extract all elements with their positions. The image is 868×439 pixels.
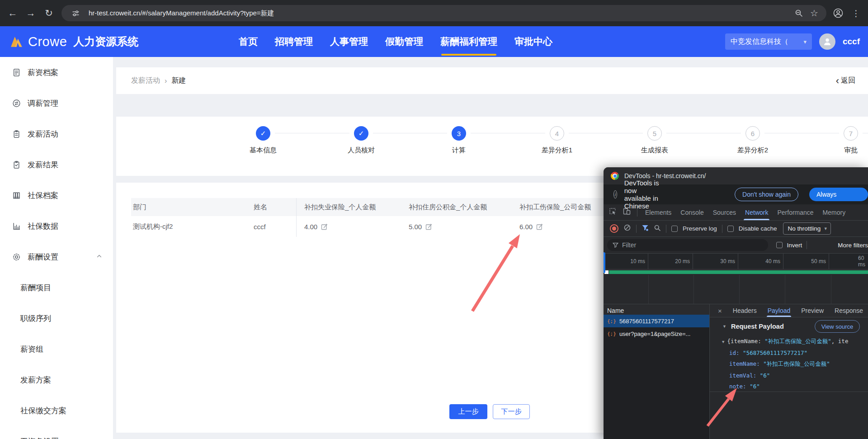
throttling-select[interactable]: No throttling ▾: [783, 222, 831, 235]
nav-attendance[interactable]: 假勤管理: [385, 26, 423, 57]
edit-icon[interactable]: [536, 223, 543, 230]
payload-summary[interactable]: ▼ {itemName: "补扣工伤保险_公司金额", ite: [710, 338, 868, 345]
triangle-down-icon[interactable]: ▼: [722, 324, 726, 329]
timeline-handle[interactable]: [604, 252, 605, 273]
invert-label[interactable]: Invert: [787, 242, 802, 249]
breadcrumb-parent[interactable]: 发薪活动: [131, 76, 160, 85]
step-calculate[interactable]: 3 计算: [427, 126, 491, 155]
sidebar-item-payroll-activity[interactable]: 发薪活动: [0, 118, 113, 149]
info-icon: i: [613, 190, 617, 198]
nav-home[interactable]: 首页: [239, 26, 258, 57]
sidebar-subitem-payroll-plan[interactable]: 发薪方案: [0, 364, 113, 395]
divider: [722, 225, 722, 233]
disable-cache-label[interactable]: Disable cache: [739, 225, 777, 232]
site-controls-icon[interactable]: [68, 9, 83, 17]
next-step-button[interactable]: 下一步: [493, 404, 530, 419]
filter-input[interactable]: Filter: [607, 239, 768, 251]
edit-icon[interactable]: [425, 223, 432, 230]
record-icon[interactable]: [610, 224, 618, 233]
sidebar-subitem-salary-items[interactable]: 薪酬项目: [0, 272, 113, 303]
sidebar-subitem-rank-sequence[interactable]: 职级序列: [0, 303, 113, 334]
nav-approval-center[interactable]: 审批中心: [514, 26, 552, 57]
sidebar-item-salary-settings[interactable]: 薪酬设置: [0, 241, 113, 272]
step-diff-analysis-2[interactable]: 6 差异分析2: [721, 126, 784, 155]
waterfall-grid[interactable]: [604, 275, 868, 304]
breadcrumb: 发薪活动 › 新建: [131, 76, 186, 85]
sidebar-item-salary-adjust[interactable]: 调薪管理: [0, 88, 113, 118]
col-header-dept: 部门: [131, 198, 252, 216]
swap-circle-icon: [12, 99, 21, 108]
url-text[interactable]: hr-test.croweit.cn/#/salaryManagement/ad…: [89, 9, 791, 18]
profile-icon[interactable]: [833, 8, 844, 19]
sidebar-item-social-data[interactable]: 社保数据: [0, 211, 113, 241]
nav-recruit[interactable]: 招聘管理: [275, 26, 313, 57]
sidebar-item-social-archive[interactable]: 社保档案: [0, 180, 113, 211]
json-request-icon: {;}: [607, 318, 616, 324]
bookmark-star-icon[interactable]: ☆: [807, 8, 822, 19]
timeline-ruler[interactable]: 10 ms 20 ms 30 ms 40 ms 50 ms 60 ms: [604, 254, 868, 269]
header-right: 中竞发信息科技（ ▾ cccf: [725, 26, 860, 57]
cell-value: 5.00: [409, 223, 422, 231]
dont-show-again-button[interactable]: Don't show again: [735, 188, 798, 201]
sidebar-item-salary-archive[interactable]: 薪资档案: [0, 57, 113, 88]
more-filters-label[interactable]: More filters: [838, 242, 868, 249]
divider: [807, 241, 807, 249]
network-overview[interactable]: [604, 269, 868, 275]
step-approval[interactable]: 7 审批: [819, 126, 868, 155]
preserve-log-label[interactable]: Preserve log: [683, 225, 717, 232]
browser-back-icon[interactable]: ←: [4, 8, 22, 19]
tab-performance[interactable]: Performance: [776, 204, 815, 220]
clear-icon[interactable]: [623, 224, 631, 233]
tab-network[interactable]: Network: [744, 204, 769, 220]
username[interactable]: cccf: [843, 37, 860, 47]
sidebar-subitem-social-payment-plan[interactable]: 社保缴交方案: [0, 395, 113, 426]
cell-value: 6.00: [519, 223, 533, 231]
filter-toggle-icon[interactable]: [642, 224, 649, 233]
invert-checkbox[interactable]: [776, 242, 783, 248]
always-button[interactable]: Always: [809, 188, 868, 201]
throttling-value: No throttling: [788, 225, 821, 232]
tab-sources[interactable]: Sources: [712, 204, 737, 220]
nav-personnel[interactable]: 人事管理: [330, 26, 368, 57]
preserve-log-checkbox[interactable]: [671, 226, 678, 232]
col-header-unemployment: 补扣失业保险_个人金额: [297, 198, 401, 216]
tab-console[interactable]: Console: [679, 204, 705, 220]
divider: [636, 225, 637, 233]
crowe-logo-icon: [10, 35, 24, 48]
inspect-element-icon[interactable]: [609, 208, 617, 217]
edit-icon[interactable]: [321, 223, 328, 230]
step-label: 审批: [819, 146, 868, 155]
avatar[interactable]: [819, 33, 835, 50]
device-toolbar-icon[interactable]: [623, 208, 631, 217]
address-bar[interactable]: hr-test.croweit.cn/#/salaryManagement/ad…: [61, 5, 826, 21]
view-source-button[interactable]: View source: [815, 320, 860, 333]
step-person-check[interactable]: ✓ 人员核对: [330, 126, 393, 155]
tick-label: 30 ms: [693, 254, 738, 269]
step-generate-report[interactable]: 5 生成报表: [623, 126, 686, 155]
nav-salary-benefits[interactable]: 薪酬福利管理: [440, 26, 497, 57]
step-label: 基本信息: [231, 146, 295, 155]
sidebar-item-label: 发薪活动: [28, 129, 58, 139]
sidebar-item-payroll-result[interactable]: 发薪结果: [0, 149, 113, 180]
search-icon[interactable]: [654, 224, 661, 233]
browser-reload-icon[interactable]: ↻: [40, 8, 58, 19]
sidebar-subitem-salary-group[interactable]: 薪资组: [0, 334, 113, 364]
step-basic-info[interactable]: ✓ 基本信息: [231, 126, 295, 155]
request-row[interactable]: {;} user?page=1&pageSize=...: [604, 327, 709, 340]
tab-memory[interactable]: Memory: [821, 204, 847, 220]
browser-menu-icon[interactable]: ⋮: [852, 8, 860, 19]
cell-dept: 测试机构-cjf2: [131, 216, 252, 237]
tick-label: 40 ms: [738, 254, 783, 269]
cell-value: 4.00: [304, 223, 317, 231]
disable-cache-checkbox[interactable]: [727, 226, 734, 232]
prev-step-button[interactable]: 上一步: [449, 404, 487, 419]
request-row-selected[interactable]: {;} 56875601117577217: [604, 315, 709, 327]
browser-forward-icon[interactable]: →: [22, 8, 40, 19]
step-diff-analysis-1[interactable]: 4 差异分析1: [525, 126, 589, 155]
zoom-out-icon[interactable]: [791, 9, 807, 17]
sidebar-subitem-payslip-settings[interactable]: 工资条设置: [0, 426, 113, 439]
tab-elements[interactable]: Elements: [644, 204, 673, 220]
back-button[interactable]: ‹ 返回: [836, 67, 855, 94]
company-select[interactable]: 中竞发信息科技（ ▾: [725, 33, 812, 50]
archive-icon: [12, 191, 21, 200]
